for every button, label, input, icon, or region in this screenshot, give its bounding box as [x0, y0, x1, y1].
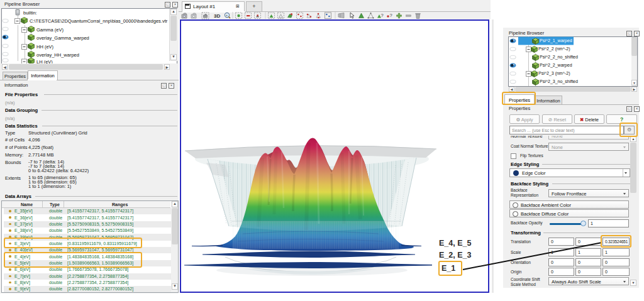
svg-text:3D: 3D — [214, 13, 220, 19]
svg-text:?: ? — [390, 13, 392, 18]
svg-text:+: + — [226, 13, 228, 17]
svg-text:?: ? — [381, 13, 384, 18]
svg-text:E_2, E_3: E_2, E_3 — [439, 251, 471, 260]
svg-text:E_4, E_5: E_4, E_5 — [439, 239, 471, 248]
